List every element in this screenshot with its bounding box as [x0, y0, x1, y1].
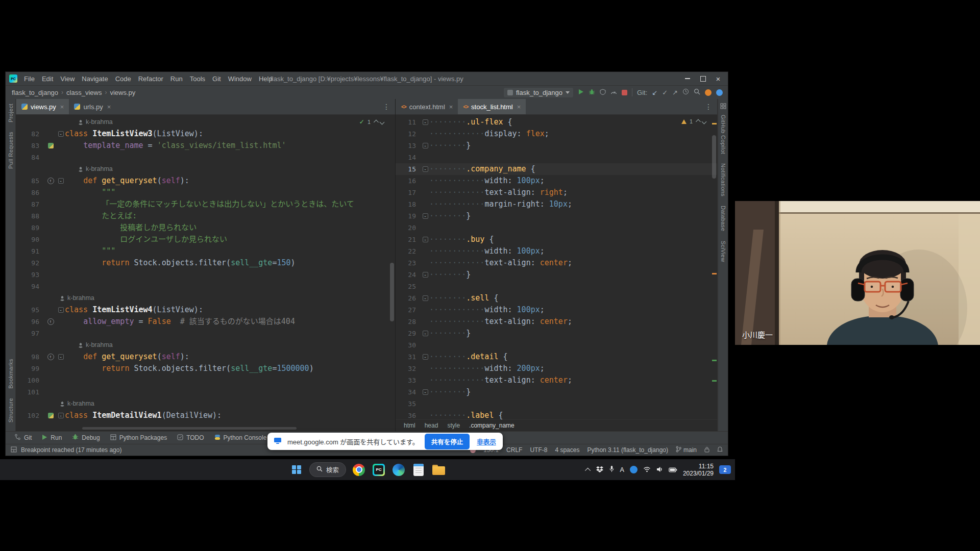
editor-tab-context.html[interactable]: <>context.html× [396, 99, 458, 114]
fold-marker[interactable]: - [423, 119, 428, 125]
history-button[interactable] [682, 88, 689, 96]
menu-git[interactable]: Git [209, 75, 225, 83]
fold-marker[interactable]: - [58, 307, 64, 313]
tray-expand-icon[interactable] [585, 467, 591, 473]
pycharm-taskbar-icon[interactable] [372, 463, 386, 477]
tool-window-button-python-console[interactable]: Python Console [210, 432, 272, 444]
breadcrumb-item[interactable]: html [404, 422, 415, 429]
tool-window-button-run[interactable]: Run [37, 432, 66, 444]
fold-marker[interactable]: - [423, 331, 428, 336]
run-configuration-select[interactable]: flask_to_django [504, 88, 573, 97]
menu-tools[interactable]: Tools [186, 75, 209, 83]
fold-marker[interactable]: - [423, 272, 428, 278]
breadcrumb-item[interactable]: views.py [109, 89, 136, 96]
tab-options-icon[interactable]: ⋮ [378, 99, 395, 114]
fold-marker[interactable]: - [58, 131, 64, 137]
search-everywhere-button[interactable] [694, 88, 700, 96]
wifi-icon[interactable] [643, 465, 651, 474]
menu-refactor[interactable]: Refactor [135, 75, 167, 83]
menu-navigate[interactable]: Navigate [78, 75, 111, 83]
settings-sync-icon[interactable] [705, 89, 712, 96]
code-author-hint[interactable]: k-brahma [78, 163, 113, 175]
lock-icon[interactable] [704, 446, 709, 454]
run-button[interactable] [578, 89, 584, 96]
indent-indicator[interactable]: 4 spaces [555, 446, 579, 454]
breadcrumb-item[interactable]: class_views [65, 89, 103, 96]
tool-window-button-pull-requests[interactable]: Pull Requests [8, 127, 14, 173]
encoding-indicator[interactable]: UTF-8 [530, 446, 547, 454]
hide-bar-button[interactable]: 非表示 [475, 437, 498, 446]
minimize-button[interactable] [680, 72, 695, 85]
fold-marker[interactable]: - [423, 213, 428, 219]
code-author-hint[interactable]: k-brahma [78, 116, 113, 128]
ok-stripe-mark[interactable] [712, 380, 717, 382]
next-problem-icon[interactable] [380, 119, 385, 124]
gutter-override-icon[interactable]: ↑ [47, 178, 54, 184]
fold-marker[interactable]: - [423, 354, 428, 360]
gutter-override-icon[interactable]: ↑ [47, 318, 54, 325]
git-commit-button[interactable]: ✓ [662, 89, 668, 96]
taskbar-search[interactable]: 検索 [309, 462, 346, 477]
git-branch-indicator[interactable]: main [676, 446, 697, 454]
fold-marker[interactable]: - [58, 178, 64, 184]
warning-stripe-mark[interactable] [712, 273, 717, 274]
coverage-button[interactable] [600, 89, 606, 96]
close-tab-icon[interactable]: × [449, 103, 453, 111]
python-editor[interactable]: k-brahma82-class ItemListView3(ListView)… [16, 115, 395, 431]
file-explorer-icon[interactable] [431, 463, 446, 477]
breadcrumb-item[interactable]: flask_to_django [11, 89, 59, 96]
tool-window-button-structure[interactable]: Structure [8, 393, 14, 427]
next-problem-icon[interactable] [702, 119, 707, 124]
tray-app-icon[interactable] [630, 466, 638, 473]
scrollbar-thumb[interactable] [712, 135, 716, 179]
menu-help[interactable]: Help [255, 75, 276, 83]
editor-tab-stock_list.html[interactable]: <>stock_list.html× [458, 99, 526, 114]
tool-window-button-debug[interactable]: Debug [67, 432, 104, 444]
git-update-button[interactable]: ↙ [652, 89, 657, 96]
fold-marker[interactable]: - [423, 295, 428, 301]
menu-run[interactable]: Run [167, 75, 186, 83]
close-tab-icon[interactable]: × [107, 103, 111, 111]
close-button[interactable]: × [710, 72, 726, 85]
stop-sharing-button[interactable]: 共有を停止 [425, 434, 470, 449]
breadcrumb-item[interactable]: .company_name [469, 422, 514, 429]
tool-window-button-github-copilot[interactable]: GitHub Copilot [720, 110, 726, 159]
git-push-button[interactable]: ↗ [672, 89, 678, 96]
notifications-bell-icon[interactable] [717, 446, 723, 454]
debug-button[interactable] [589, 89, 595, 96]
notepad-icon[interactable] [411, 463, 426, 477]
scrollbar-thumb[interactable] [390, 263, 394, 321]
tool-window-button-database[interactable]: Database [720, 201, 726, 236]
start-button[interactable] [289, 463, 304, 477]
fold-marker[interactable]: - [423, 237, 428, 242]
layout-grid-icon[interactable] [720, 103, 726, 109]
fold-marker[interactable]: - [423, 143, 428, 148]
fold-marker[interactable]: - [58, 413, 64, 418]
menu-window[interactable]: Window [225, 75, 255, 83]
tool-window-button-todo[interactable]: TODO [173, 432, 208, 444]
breadcrumb-item[interactable]: style [447, 422, 460, 429]
horizontal-scrollbar[interactable] [82, 427, 297, 430]
dropbox-icon[interactable] [596, 465, 603, 474]
prev-problem-icon[interactable] [696, 119, 701, 124]
ok-stripe-mark[interactable] [712, 360, 717, 361]
interpreter-indicator[interactable]: Python 3.11 (flask_to_django) [587, 446, 668, 454]
tool-window-button-git[interactable]: Git [10, 432, 36, 444]
tool-window-button-python-packages[interactable]: Python Packages [106, 432, 172, 444]
code-author-hint[interactable]: k-brahma [60, 398, 94, 410]
fold-marker[interactable]: - [423, 166, 428, 172]
gutter-run-icon[interactable] [48, 143, 54, 148]
prev-problem-icon[interactable] [374, 119, 379, 124]
close-tab-icon[interactable]: × [60, 103, 64, 111]
gutter-override-icon[interactable]: ↑ [47, 354, 54, 360]
battery-icon[interactable] [669, 465, 677, 474]
tool-window-button-sciview[interactable]: SciView [720, 236, 726, 267]
inspection-widget[interactable]: 1 [678, 117, 709, 126]
volume-icon[interactable] [656, 465, 663, 474]
taskbar-clock[interactable]: 11:15 2023/01/29 [683, 463, 714, 477]
code-author-hint[interactable]: k-brahma [78, 339, 113, 351]
tool-window-button-notifications[interactable]: Notifications [720, 159, 726, 201]
html-editor[interactable]: 11-········.ul-flex {12············displ… [396, 115, 717, 431]
tool-window-button-project[interactable]: Project [8, 99, 14, 127]
menu-code[interactable]: Code [112, 75, 135, 83]
